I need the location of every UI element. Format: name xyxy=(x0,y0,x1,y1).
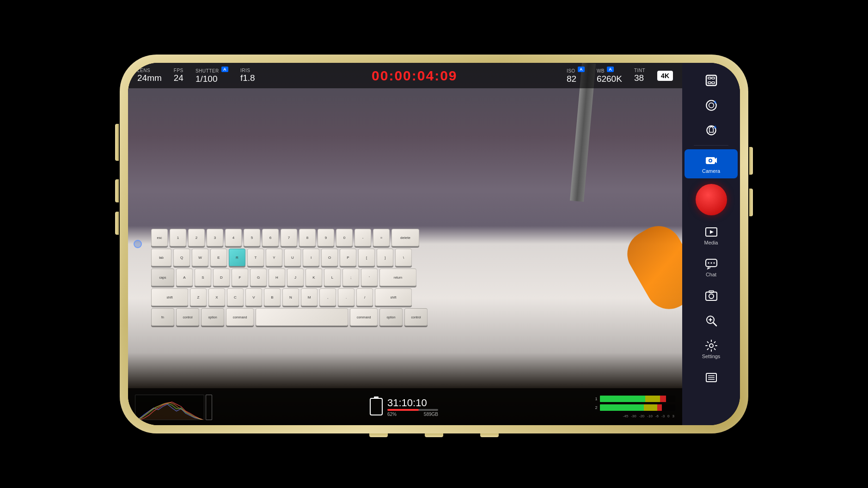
hud-top-bar: LENS 24mm FPS 24 SHUTTER A 1/100 IRIS f1 xyxy=(128,63,682,88)
hud-bottom-bar: 31:10:10 62% 589GB xyxy=(128,388,682,425)
camera-label: Camera xyxy=(702,168,720,174)
svg-point-21 xyxy=(709,294,714,299)
sidebar-chat-button[interactable]: Chat xyxy=(682,253,740,282)
fps-info: FPS 24 xyxy=(174,68,183,83)
tint-value: 38 xyxy=(634,73,644,83)
meter-bar-1 xyxy=(600,396,675,402)
list-button[interactable] xyxy=(701,367,721,388)
shutter-info[interactable]: SHUTTER A 1/100 xyxy=(196,67,228,84)
iso-info[interactable]: ISO A 82 xyxy=(567,67,585,84)
channel-2-label: 2 xyxy=(594,405,598,410)
storage-bar-fill xyxy=(387,409,419,411)
bottom-buttons xyxy=(369,433,499,437)
shutter-auto-badge: A xyxy=(221,67,228,72)
storage-row: 31:10:10 62% 589GB xyxy=(370,397,438,417)
resolution-badge[interactable]: 4K xyxy=(657,71,673,81)
svg-text:A: A xyxy=(714,100,716,104)
channel-1-label: 1 xyxy=(594,396,598,401)
record-button[interactable] xyxy=(696,184,727,215)
svg-marker-15 xyxy=(710,230,714,234)
svg-point-13 xyxy=(709,160,711,162)
volume-down-button[interactable] xyxy=(749,189,753,216)
storage-bar-container: 62% 589GB xyxy=(387,409,438,417)
lens-value: 24mm xyxy=(137,73,162,83)
audio-channel-2: 2 xyxy=(594,404,675,411)
wb-label: WB A xyxy=(597,67,614,73)
storage-bar xyxy=(387,409,438,411)
snapshot-button[interactable] xyxy=(701,286,721,306)
camera-viewfinder: esc 12 34 56 78 90 -= delete tab QW ER T… xyxy=(128,63,682,425)
svg-point-6 xyxy=(709,103,714,108)
shutter-label: SHUTTER A xyxy=(196,67,228,73)
lens-label: LENS xyxy=(137,68,150,73)
sidebar-camera-button[interactable]: Camera xyxy=(685,149,738,178)
svg-rect-0 xyxy=(706,75,716,85)
iso-auto-badge: A xyxy=(578,67,585,72)
shutter-value: 1/100 xyxy=(196,74,218,84)
svg-point-27 xyxy=(709,344,713,348)
svg-rect-1 xyxy=(708,77,711,79)
storage-details: 31:10:10 62% 589GB xyxy=(387,397,438,417)
tint-info[interactable]: TINT 38 xyxy=(634,68,645,83)
fps-value: 24 xyxy=(174,73,183,83)
svg-rect-20 xyxy=(706,292,717,300)
svg-point-18 xyxy=(710,262,712,264)
storage-device-icon xyxy=(370,398,383,415)
frame-select-button[interactable] xyxy=(701,70,721,91)
focus-indicator xyxy=(134,240,142,248)
wb-button[interactable]: A xyxy=(701,120,721,140)
lens-info: LENS 24mm xyxy=(137,68,162,83)
wb-value: 6260K xyxy=(597,74,622,84)
media-label: Media xyxy=(704,240,718,245)
timecode-display: 00:00:04:09 xyxy=(267,68,562,84)
iris-info[interactable]: IRIS f1.8 xyxy=(240,68,255,83)
storage-info: 31:10:10 62% 589GB xyxy=(223,397,585,417)
sidebar-divider-1 xyxy=(694,145,728,146)
histogram-exposure-box xyxy=(206,395,212,420)
iris-value: f1.8 xyxy=(240,73,255,83)
chat-label: Chat xyxy=(706,272,716,277)
sidebar-media-button[interactable]: Media xyxy=(682,221,740,250)
bottom-button-3 xyxy=(480,433,499,437)
iso-button[interactable]: A xyxy=(701,95,721,116)
histogram-canvas xyxy=(135,395,204,420)
settings-label: Settings xyxy=(702,354,721,359)
svg-rect-4 xyxy=(712,82,715,84)
svg-marker-11 xyxy=(715,158,717,163)
wb-auto-badge: A xyxy=(607,67,614,72)
histogram xyxy=(135,393,214,420)
volume-down-button-left[interactable] xyxy=(115,212,119,235)
tint-label: TINT xyxy=(634,68,645,73)
keyboard-visual: esc 12 34 56 78 90 -= delete tab QW ER T… xyxy=(151,229,682,386)
iris-label: IRIS xyxy=(240,68,250,73)
storage-labels: 62% 589GB xyxy=(387,412,438,417)
bottom-button-1 xyxy=(369,433,388,437)
wb-info[interactable]: WB A 6260K xyxy=(597,67,622,84)
power-button[interactable] xyxy=(749,147,753,175)
phone-screen: esc 12 34 56 78 90 -= delete tab QW ER T… xyxy=(128,63,740,425)
fps-label: FPS xyxy=(174,68,183,73)
svg-point-17 xyxy=(708,262,709,264)
audio-channel-1: 1 xyxy=(594,396,675,402)
meter-scale: -45 -30 -20 -10 -6 -3 0 3 xyxy=(594,414,675,418)
svg-text:A: A xyxy=(714,125,716,129)
bottom-button-2 xyxy=(425,433,443,437)
svg-rect-2 xyxy=(712,77,715,79)
svg-rect-3 xyxy=(708,82,711,84)
svg-line-24 xyxy=(713,323,716,326)
silent-switch[interactable] xyxy=(115,124,119,161)
phone-frame: esc 12 34 56 78 90 -= delete tab QW ER T… xyxy=(120,55,748,433)
storage-capacity: 589GB xyxy=(424,412,438,417)
storage-percent: 62% xyxy=(387,412,397,417)
storage-time-remaining: 31:10:10 xyxy=(387,397,438,409)
iso-label: ISO A xyxy=(567,67,585,73)
meter-bar-2 xyxy=(600,404,675,411)
zoom-button[interactable] xyxy=(701,311,721,331)
sidebar-settings-button[interactable]: Settings xyxy=(682,335,740,364)
svg-point-19 xyxy=(713,262,715,264)
right-sidebar: A A Camera xyxy=(682,63,740,425)
volume-up-button[interactable] xyxy=(115,179,119,202)
audio-meters: 1 2 xyxy=(594,393,675,420)
iso-value: 82 xyxy=(567,74,576,84)
